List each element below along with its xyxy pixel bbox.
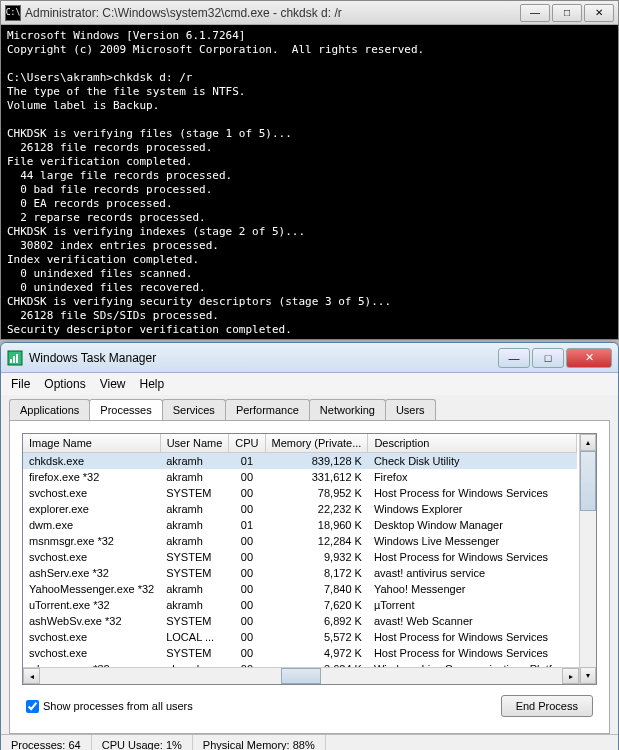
scroll-up-button[interactable]: ▴: [580, 434, 596, 451]
tab-networking[interactable]: Networking: [309, 399, 386, 420]
maximize-button[interactable]: □: [552, 4, 582, 22]
cell-user: akramh: [160, 517, 229, 533]
scroll-right-button[interactable]: ▸: [562, 668, 579, 684]
cell-mem: 331,612 K: [265, 469, 368, 485]
cmd-title: Administrator: C:\Windows\system32\cmd.e…: [25, 6, 520, 20]
close-button[interactable]: ✕: [566, 348, 612, 368]
cell-mem: 78,952 K: [265, 485, 368, 501]
minimize-button[interactable]: —: [498, 348, 530, 368]
end-process-button[interactable]: End Process: [501, 695, 593, 717]
cell-mem: 9,932 K: [265, 549, 368, 565]
cell-cpu: 00: [229, 629, 265, 645]
cell-mem: 7,840 K: [265, 581, 368, 597]
show-all-label: Show processes from all users: [43, 700, 193, 712]
tab-performance[interactable]: Performance: [225, 399, 310, 420]
column-header[interactable]: Description: [368, 434, 577, 453]
status-memory: Physical Memory: 88%: [193, 735, 326, 750]
cell-img: dwm.exe: [23, 517, 160, 533]
process-row[interactable]: msnmsgr.exe *32akramh0012,284 KWindows L…: [23, 533, 577, 549]
cell-desc: µTorrent: [368, 597, 577, 613]
cell-cpu: 00: [229, 533, 265, 549]
cell-desc: Host Process for Windows Services: [368, 645, 577, 661]
cell-desc: Host Process for Windows Services: [368, 485, 577, 501]
cmd-window: C:\ Administrator: C:\Windows\system32\c…: [0, 0, 619, 340]
process-row[interactable]: svchost.exeSYSTEM0078,952 KHost Process …: [23, 485, 577, 501]
cmd-icon: C:\: [5, 5, 21, 21]
cell-user: akramh: [160, 469, 229, 485]
menu-help[interactable]: Help: [140, 377, 165, 391]
cell-mem: 12,284 K: [265, 533, 368, 549]
cell-img: chkdsk.exe: [23, 453, 160, 470]
close-button[interactable]: ✕: [584, 4, 614, 22]
cell-mem: 4,972 K: [265, 645, 368, 661]
cell-user: akramh: [160, 453, 229, 470]
show-all-checkbox-input[interactable]: [26, 700, 39, 713]
process-row[interactable]: firefox.exe *32akramh00331,612 KFirefox: [23, 469, 577, 485]
task-manager-window: Windows Task Manager — □ ✕ FileOptionsVi…: [0, 342, 619, 750]
cell-cpu: 01: [229, 517, 265, 533]
process-table: Image NameUser NameCPUMemory (Private...…: [23, 434, 577, 667]
cell-user: SYSTEM: [160, 549, 229, 565]
process-row[interactable]: chkdsk.exeakramh01839,128 KCheck Disk Ut…: [23, 453, 577, 470]
scroll-thumb[interactable]: [580, 451, 596, 511]
scroll-left-button[interactable]: ◂: [23, 668, 40, 684]
tab-processes[interactable]: Processes: [89, 399, 162, 420]
cell-img: svchost.exe: [23, 629, 160, 645]
tab-users[interactable]: Users: [385, 399, 436, 420]
process-row[interactable]: svchost.exeSYSTEM009,932 KHost Process f…: [23, 549, 577, 565]
process-row[interactable]: explorer.exeakramh0022,232 KWindows Expl…: [23, 501, 577, 517]
process-row[interactable]: uTorrent.exe *32akramh007,620 KµTorrent: [23, 597, 577, 613]
tm-tabs: ApplicationsProcessesServicesPerformance…: [1, 395, 618, 420]
tm-processes-panel: Image NameUser NameCPUMemory (Private...…: [9, 420, 610, 734]
cell-cpu: 00: [229, 549, 265, 565]
vertical-scrollbar[interactable]: ▴ ▾: [579, 434, 596, 684]
column-header[interactable]: User Name: [160, 434, 229, 453]
cell-img: ashWebSv.exe *32: [23, 613, 160, 629]
process-row[interactable]: svchost.exeLOCAL ...005,572 KHost Proces…: [23, 629, 577, 645]
menu-file[interactable]: File: [11, 377, 30, 391]
cell-user: LOCAL ...: [160, 629, 229, 645]
cell-mem: 6,892 K: [265, 613, 368, 629]
menu-view[interactable]: View: [100, 377, 126, 391]
process-row[interactable]: dwm.exeakramh0118,960 KDesktop Window Ma…: [23, 517, 577, 533]
process-row[interactable]: YahooMessenger.exe *32akramh007,840 KYah…: [23, 581, 577, 597]
scroll-thumb[interactable]: [281, 668, 321, 684]
cell-user: SYSTEM: [160, 645, 229, 661]
tm-bottom-bar: Show processes from all users End Proces…: [22, 685, 597, 721]
tab-applications[interactable]: Applications: [9, 399, 90, 420]
cell-cpu: 00: [229, 597, 265, 613]
column-header[interactable]: CPU: [229, 434, 265, 453]
task-manager-icon: [7, 350, 23, 366]
cell-img: explorer.exe: [23, 501, 160, 517]
svg-rect-3: [16, 354, 18, 363]
menu-options[interactable]: Options: [44, 377, 85, 391]
cell-img: svchost.exe: [23, 485, 160, 501]
cell-mem: 5,572 K: [265, 629, 368, 645]
tm-statusbar: Processes: 64 CPU Usage: 1% Physical Mem…: [1, 734, 618, 750]
cell-user: SYSTEM: [160, 485, 229, 501]
cell-user: SYSTEM: [160, 565, 229, 581]
cell-desc: Host Process for Windows Services: [368, 629, 577, 645]
tab-services[interactable]: Services: [162, 399, 226, 420]
horizontal-scrollbar[interactable]: ◂ ▸: [23, 667, 579, 684]
cell-img: YahooMessenger.exe *32: [23, 581, 160, 597]
cell-user: akramh: [160, 597, 229, 613]
cell-cpu: 00: [229, 469, 265, 485]
scroll-down-button[interactable]: ▾: [580, 667, 596, 684]
cell-cpu: 00: [229, 565, 265, 581]
cell-desc: Host Process for Windows Services: [368, 549, 577, 565]
column-header[interactable]: Memory (Private...: [265, 434, 368, 453]
status-processes: Processes: 64: [1, 735, 92, 750]
tm-titlebar[interactable]: Windows Task Manager — □ ✕: [1, 343, 618, 373]
show-all-users-checkbox[interactable]: Show processes from all users: [26, 700, 193, 713]
cell-img: firefox.exe *32: [23, 469, 160, 485]
maximize-button[interactable]: □: [532, 348, 564, 368]
column-header[interactable]: Image Name: [23, 434, 160, 453]
cell-user: akramh: [160, 581, 229, 597]
process-row[interactable]: svchost.exeSYSTEM004,972 KHost Process f…: [23, 645, 577, 661]
minimize-button[interactable]: —: [520, 4, 550, 22]
process-row[interactable]: ashWebSv.exe *32SYSTEM006,892 Kavast! We…: [23, 613, 577, 629]
cell-mem: 839,128 K: [265, 453, 368, 470]
process-row[interactable]: ashServ.exe *32SYSTEM008,172 Kavast! ant…: [23, 565, 577, 581]
cmd-titlebar[interactable]: C:\ Administrator: C:\Windows\system32\c…: [1, 1, 618, 25]
